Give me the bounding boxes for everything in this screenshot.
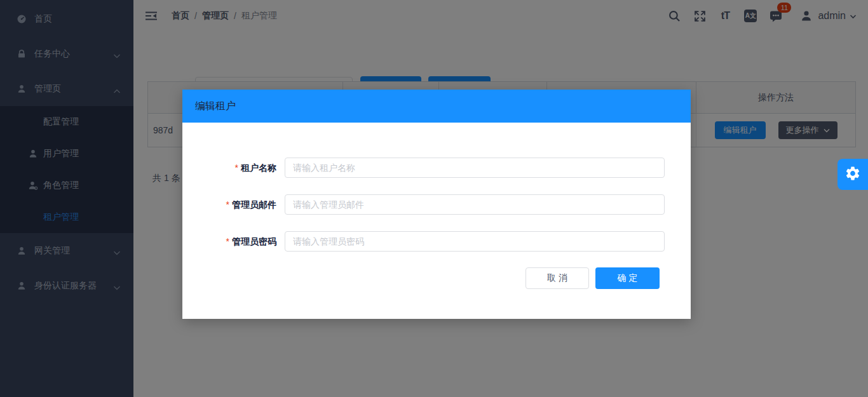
admin-email-input[interactable] (285, 194, 665, 215)
gear-icon (844, 165, 861, 184)
admin-password-label: *管理员密码 (182, 231, 276, 252)
tenant-name-input[interactable] (285, 158, 665, 178)
required-mark: * (226, 236, 229, 246)
modal-header: 编辑租户 (182, 90, 691, 123)
cancel-button[interactable]: 取 消 (526, 267, 589, 289)
app-root: 首页 任务中心 管理页 配置管理 (0, 0, 868, 397)
admin-password-input[interactable] (285, 231, 665, 252)
edit-tenant-modal: 编辑租户 *租户名称 *管理员邮件 *管理员密码 取 消 确 定 (182, 90, 691, 319)
confirm-button[interactable]: 确 定 (595, 267, 660, 289)
form-row-admin-password: *管理员密码 (182, 231, 691, 252)
tenant-name-label: *租户名称 (182, 158, 276, 178)
required-mark: * (235, 163, 238, 173)
form-row-tenant-name: *租户名称 (182, 158, 691, 178)
modal-title: 编辑租户 (195, 100, 236, 113)
form-row-admin-email: *管理员邮件 (182, 194, 691, 215)
settings-button[interactable] (837, 159, 868, 190)
required-mark: * (226, 199, 229, 210)
admin-email-label: *管理员邮件 (182, 194, 276, 215)
